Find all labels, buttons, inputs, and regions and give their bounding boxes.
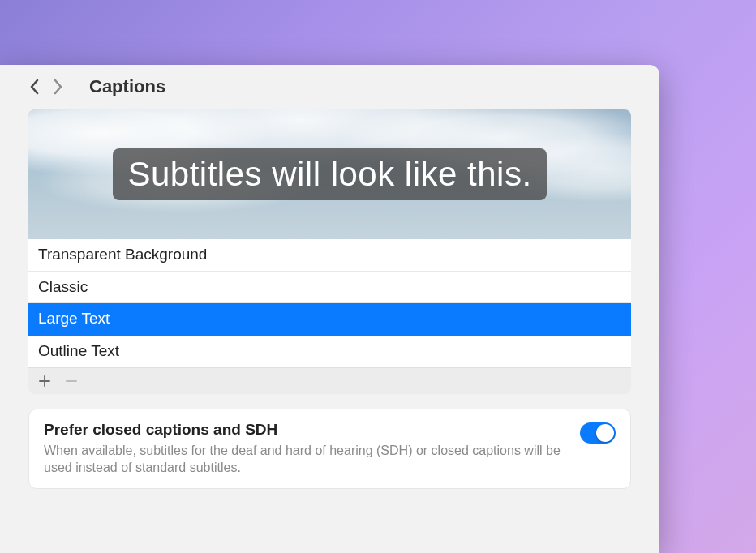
plus-icon — [39, 375, 50, 387]
back-button[interactable] — [24, 77, 44, 96]
chevron-left-icon — [28, 79, 40, 95]
style-row-large-text[interactable]: Large Text — [28, 303, 631, 336]
prefer-cc-toggle[interactable] — [580, 422, 616, 444]
style-row-outline-text[interactable]: Outline Text — [28, 336, 631, 367]
style-label: Outline Text — [38, 342, 119, 359]
caption-preview: Subtitles will look like this. — [28, 109, 631, 239]
setting-text: Prefer closed captions and SDH When avai… — [44, 421, 564, 477]
style-label: Classic — [38, 278, 88, 295]
setting-title: Prefer closed captions and SDH — [44, 421, 564, 439]
forward-button[interactable] — [49, 77, 68, 96]
add-style-button[interactable] — [33, 371, 56, 391]
caption-style-list: Transparent Background Classic Large Tex… — [28, 239, 631, 367]
content-area: Subtitles will look like this. Transpare… — [0, 109, 659, 505]
setting-description: When available, subtitles for the deaf a… — [44, 442, 564, 477]
preview-subtitle-text: Subtitles will look like this. — [113, 148, 546, 200]
style-label: Transparent Background — [38, 246, 207, 263]
remove-style-button[interactable] — [60, 371, 83, 391]
minus-icon — [66, 375, 77, 387]
style-row-classic[interactable]: Classic — [28, 272, 631, 304]
page-title: Captions — [89, 76, 165, 97]
style-row-transparent-background[interactable]: Transparent Background — [28, 239, 631, 272]
header: Captions — [0, 65, 659, 109]
prefer-cc-setting: Prefer closed captions and SDH When avai… — [28, 409, 631, 489]
style-label: Large Text — [38, 310, 110, 327]
chevron-right-icon — [53, 79, 64, 95]
list-actions-bar — [28, 367, 631, 394]
toggle-knob — [596, 424, 614, 442]
action-divider — [58, 375, 58, 388]
settings-window: Captions Subtitles will look like this. … — [0, 65, 659, 553]
